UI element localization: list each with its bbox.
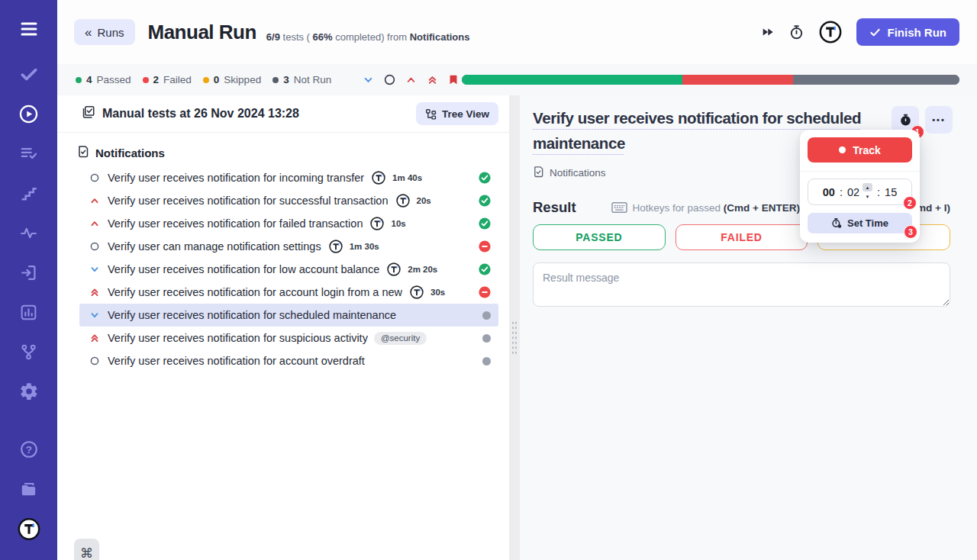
file-check-icon: [533, 166, 544, 180]
circle-icon[interactable]: [383, 73, 396, 86]
chevron-down-icon[interactable]: [362, 73, 375, 86]
back-to-runs-button[interactable]: « Runs: [74, 19, 135, 45]
list-check-icon[interactable]: [18, 143, 40, 164]
stepper-down-icon[interactable]: ▼: [863, 192, 872, 201]
test-duration: 20s: [417, 196, 431, 205]
file-check-icon: [77, 145, 89, 161]
folder-icon[interactable]: [18, 478, 40, 500]
hotkeys-button[interactable]: ⌘: [74, 539, 99, 560]
stopwatch-icon: [899, 113, 912, 127]
test-duration: 30s: [430, 288, 445, 297]
play-circle-icon[interactable]: [18, 103, 40, 124]
logo-icon[interactable]: [819, 21, 842, 43]
stepper-up-icon[interactable]: ▲: [863, 183, 872, 191]
checklist-icon: [80, 105, 95, 123]
logo-icon: [370, 217, 384, 230]
hours-value[interactable]: 00: [823, 186, 835, 198]
chevrons-left-icon: «: [85, 26, 92, 39]
test-title: Verify user receives notification for ac…: [108, 286, 402, 298]
progress-segment-not_run: [793, 75, 959, 85]
gear-icon[interactable]: [18, 381, 40, 402]
git-branch-icon[interactable]: [18, 341, 40, 362]
divider: [800, 171, 920, 172]
run-progress-summary: 6/9 tests ( 66% completed) from Notifica…: [266, 22, 470, 43]
menu-icon[interactable]: [18, 18, 40, 40]
priority-icon: [89, 195, 101, 207]
test-list-pane: Manual tests at 26 Nov 2024 13:28 Tree V…: [57, 95, 509, 560]
test-row[interactable]: Verify user receives notification for ac…: [79, 281, 498, 304]
test-row[interactable]: Verify user receives notification for su…: [79, 189, 498, 212]
result-message-input[interactable]: [533, 262, 950, 307]
counter-count: 4: [86, 74, 92, 85]
set-time-button[interactable]: Set Time 3: [808, 213, 912, 233]
track-time-popup: Track 00 : 02 ▲ ▼ : 15 2 Set: [800, 130, 920, 243]
status-counter[interactable]: 0 Skipped: [203, 74, 261, 85]
record-dot-icon: [839, 146, 846, 153]
ellipsis-icon: •••: [932, 115, 946, 124]
test-status-icon: [479, 240, 491, 253]
counter-count: 0: [214, 74, 220, 85]
failed-button[interactable]: FAILED: [676, 224, 808, 250]
sidebar: ?: [0, 0, 57, 560]
test-row[interactable]: Verify user receives notification for in…: [79, 166, 498, 189]
suite-row[interactable]: Notifications: [57, 143, 509, 162]
track-button[interactable]: Track: [808, 137, 912, 163]
passed-button[interactable]: PASSED: [533, 224, 666, 250]
logo-icon: [329, 240, 343, 253]
priority-icon: [89, 286, 101, 298]
seconds-value[interactable]: 15: [885, 186, 897, 198]
page-title: Manual Run: [148, 21, 256, 44]
pulse-icon[interactable]: [18, 222, 40, 243]
test-status-icon: [479, 286, 491, 298]
back-to-runs-label: Runs: [97, 26, 124, 39]
status-counter[interactable]: 2 Failed: [143, 74, 192, 85]
source-suite: Notifications: [410, 31, 470, 43]
test-row[interactable]: Verify user receives notification for lo…: [79, 258, 498, 281]
test-duration: 1m 40s: [392, 173, 422, 182]
completed-percent: 66%: [313, 31, 333, 43]
bookmark-icon[interactable]: [447, 73, 459, 86]
bar-chart-icon[interactable]: [18, 301, 40, 323]
drag-handle-icon[interactable]: [511, 320, 518, 354]
login-icon[interactable]: [18, 262, 40, 283]
check-icon[interactable]: [18, 63, 40, 85]
time-input[interactable]: 00 : 02 ▲ ▼ : 15 2: [808, 179, 912, 205]
more-button[interactable]: •••: [925, 106, 953, 134]
test-row[interactable]: Verify user receives notification for sc…: [79, 304, 498, 327]
test-title: Verify user can manage notification sett…: [108, 240, 321, 253]
stairs-icon[interactable]: [18, 182, 40, 204]
priority-icon: [89, 263, 101, 275]
check-icon: [869, 27, 881, 38]
logo-icon: [396, 194, 410, 208]
status-counter[interactable]: 4 Passed: [76, 74, 131, 85]
priority-icon: [89, 309, 101, 321]
step-badge-2: 2: [903, 196, 917, 210]
minutes-value[interactable]: 02: [847, 186, 859, 198]
stopwatch-icon[interactable]: [788, 24, 804, 40]
logo-icon[interactable]: [18, 518, 40, 539]
logo-icon: [372, 171, 385, 185]
priority-icon: [89, 172, 101, 184]
test-row[interactable]: Verify user can manage notification sett…: [79, 235, 498, 258]
status-counter[interactable]: 3 Not Run: [272, 74, 331, 85]
test-duration: 1m 30s: [350, 242, 379, 251]
priority-icon: [89, 355, 101, 367]
svg-text:?: ?: [25, 444, 31, 455]
help-icon[interactable]: ?: [18, 439, 40, 460]
set-time-label: Set Time: [847, 217, 888, 229]
test-title: Verify user receives notification for sc…: [108, 309, 396, 321]
run-name: Manual tests at 26 Nov 2024 13:28: [102, 107, 299, 121]
test-row[interactable]: Verify user receives notification for fa…: [79, 212, 498, 235]
counter-label: Not Run: [294, 74, 332, 85]
pane-splitter[interactable]: [509, 95, 520, 560]
test-row[interactable]: Verify user receives notification for su…: [79, 327, 498, 349]
logo-icon: [387, 262, 401, 276]
result-heading: Result: [533, 199, 576, 216]
chevron-up-icon[interactable]: [405, 73, 418, 86]
chevrons-up-icon[interactable]: [426, 73, 439, 86]
finish-run-button[interactable]: Finish Run: [856, 18, 960, 46]
counter-label: Passed: [97, 74, 131, 85]
test-row[interactable]: Verify user receives notification for ac…: [79, 349, 498, 372]
fast-forward-icon[interactable]: [761, 26, 774, 38]
tree-view-button[interactable]: Tree View: [416, 102, 498, 125]
